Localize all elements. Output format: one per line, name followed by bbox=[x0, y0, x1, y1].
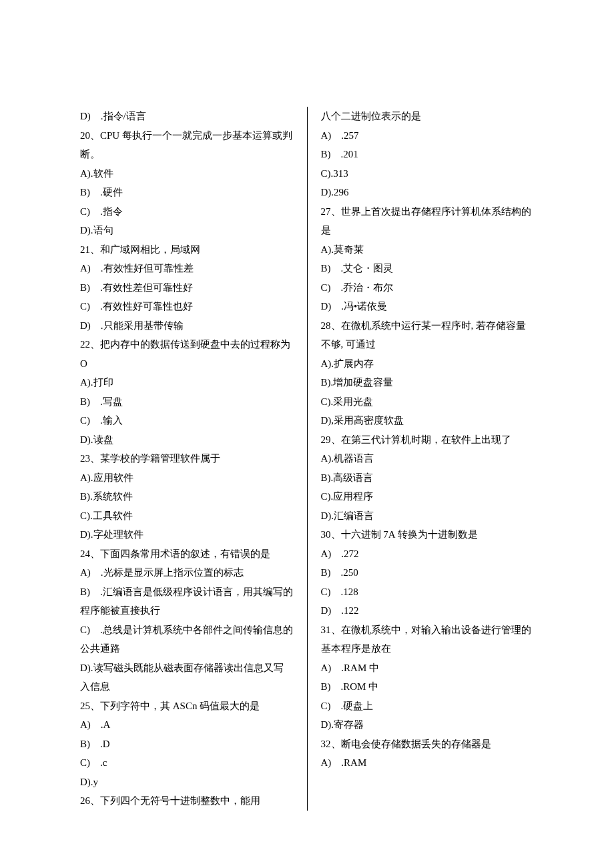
text-line: B) .有效性差但可靠性好 bbox=[80, 278, 294, 298]
text-line: C) .输入 bbox=[80, 411, 294, 430]
text-line: D).读盘 bbox=[80, 430, 294, 450]
text-line: D) .122 bbox=[321, 601, 535, 620]
text-line: 22、把内存中的数据传送到硬盘中去的过程称为 O bbox=[80, 335, 294, 373]
text-line: A) .257 bbox=[321, 126, 535, 145]
text-line: C).313 bbox=[321, 164, 535, 183]
text-line: D) .冯•诺依曼 bbox=[321, 297, 535, 316]
text-line: C).采用光盘 bbox=[321, 392, 535, 412]
text-line: D),采用高密度软盘 bbox=[321, 411, 535, 430]
right-column: 八个二进制位表示的是 A) .257 B) .201 C).313 D).296… bbox=[321, 107, 535, 811]
text-line: 21、和广域网相比，局域网 bbox=[80, 240, 294, 260]
text-line: B) .201 bbox=[321, 145, 535, 164]
text-line: D) .只能采用基带传输 bbox=[80, 316, 294, 336]
text-line: D).语句 bbox=[80, 221, 294, 240]
text-line: B) .硬件 bbox=[80, 183, 294, 202]
text-line: C).工具软件 bbox=[80, 506, 294, 526]
column-divider bbox=[307, 107, 308, 811]
text-line: 23、某学校的学籍管理软件属于 bbox=[80, 449, 294, 468]
text-line: D) .指令/语言 bbox=[80, 107, 294, 126]
text-line: B).高级语言 bbox=[321, 468, 535, 488]
text-line: 27、世界上首次提出存储程序计算机体系结构的是 bbox=[321, 202, 535, 240]
text-line: C) .有效性好可靠性也好 bbox=[80, 297, 294, 316]
text-line: C) .c bbox=[80, 753, 294, 773]
text-line: 29、在第三代计算机时期，在软件上出现了 bbox=[321, 430, 535, 450]
text-line: 25、下列字符中，其 ASCn 码值最大的是 bbox=[80, 697, 294, 716]
text-line: A) .A bbox=[80, 715, 294, 735]
text-line: A) .有效性好但可靠性差 bbox=[80, 259, 294, 278]
text-line: A).应用软件 bbox=[80, 468, 294, 488]
left-column: D) .指令/语言 20、CPU 每执行一个一就完成一步基本运算或判断。 A).… bbox=[80, 107, 294, 811]
text-line: B) .艾仑・图灵 bbox=[321, 259, 535, 278]
text-line: C) .128 bbox=[321, 582, 535, 602]
text-line: D).y bbox=[80, 773, 294, 792]
text-line: B).增加硬盘容量 bbox=[321, 373, 535, 392]
text-line: A).莫奇莱 bbox=[321, 240, 535, 260]
text-line: 20、CPU 每执行一个一就完成一步基本运算或判断。 bbox=[80, 126, 294, 164]
text-line: A) .光标是显示屏上指示位置的标志 bbox=[80, 563, 294, 582]
page: D) .指令/语言 20、CPU 每执行一个一就完成一步基本运算或判断。 A).… bbox=[0, 0, 614, 868]
text-line: C).应用程序 bbox=[321, 487, 535, 506]
columns-wrapper: D) .指令/语言 20、CPU 每执行一个一就完成一步基本运算或判断。 A).… bbox=[80, 107, 534, 811]
text-line: 30、十六进制 7A 转换为十进制数是 bbox=[321, 525, 535, 544]
text-line: B) .D bbox=[80, 735, 294, 754]
text-line: D).读写磁头既能从磁表面存储器读出信息又写入信息 bbox=[80, 659, 294, 697]
text-line: A).扩展内存 bbox=[321, 354, 535, 374]
text-line: 32、断电会使存储数据丢失的存储器是 bbox=[321, 735, 535, 754]
text-line: 26、下列四个无符号十进制整数中，能用 bbox=[80, 791, 294, 811]
text-line: A).机器语言 bbox=[321, 449, 535, 468]
text-line: B).系统软件 bbox=[80, 487, 294, 506]
text-line: 24、下面四条常用术语的叙述，有错误的是 bbox=[80, 544, 294, 564]
text-line: D).296 bbox=[321, 183, 535, 202]
text-line: B) .ROM 中 bbox=[321, 677, 535, 697]
text-line: 28、在微机系统中运行某一程序时, 若存储容量不够, 可通过 bbox=[321, 316, 535, 354]
text-line: A).打印 bbox=[80, 373, 294, 392]
text-line: C) .总线是计算机系统中各部件之间传输信息的公共通路 bbox=[80, 620, 294, 659]
text-line: C) .指令 bbox=[80, 202, 294, 222]
text-line: 31、在微机系统中，对输入输出设备进行管理的基本程序是放在 bbox=[321, 620, 535, 659]
text-line: D).寄存器 bbox=[321, 715, 535, 735]
text-line: A).软件 bbox=[80, 164, 294, 183]
text-line: C) .乔治・布尔 bbox=[321, 278, 535, 298]
text-line: C) .硬盘上 bbox=[321, 697, 535, 716]
text-line: B) .汇编语言是低级程序设计语言，用其编写的程序能被直接执行 bbox=[80, 582, 294, 620]
text-line: A) .RAM bbox=[321, 753, 535, 773]
text-line: B) .250 bbox=[321, 563, 535, 582]
text-line: D).汇编语言 bbox=[321, 506, 535, 526]
text-line: B) .写盘 bbox=[80, 392, 294, 412]
text-line: 八个二进制位表示的是 bbox=[321, 107, 535, 126]
text-line: D).字处理软件 bbox=[80, 525, 294, 544]
text-line: A) .RAM 中 bbox=[321, 659, 535, 678]
text-line: A) .272 bbox=[321, 544, 535, 564]
